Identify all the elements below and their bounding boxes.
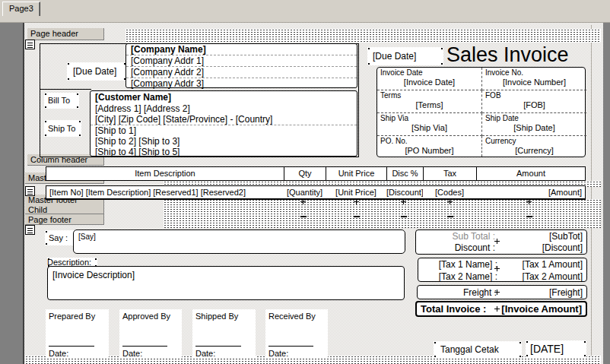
total-value[interactable]: [Invoice Amount] xyxy=(486,303,586,315)
due-date-field-left[interactable]: [Due Date] xyxy=(67,62,126,81)
align-mark xyxy=(447,199,453,204)
company-block[interactable]: [Company Name] [Company Addr 1] [Company… xyxy=(125,43,357,88)
col-disc[interactable]: Disc % xyxy=(386,167,423,180)
freight-value[interactable]: [Freight] xyxy=(497,287,586,298)
freight-label: Freight : xyxy=(418,287,497,298)
band-collapse-icon[interactable] xyxy=(25,40,35,49)
signature-title: Prepared By xyxy=(46,309,109,321)
band-collapse-icon[interactable] xyxy=(25,225,35,235)
signature-box-received[interactable]: Received By Date: xyxy=(265,309,328,359)
line-mark xyxy=(447,216,453,217)
detail-qty[interactable]: [Quantity] xyxy=(284,186,326,198)
signature-date-label: Date: xyxy=(268,349,288,358)
info-value: [Ship Via] xyxy=(377,123,481,132)
tax1-value[interactable]: [Tax 1 Amount] xyxy=(497,259,586,270)
info-label: Terms xyxy=(380,91,401,100)
info-label: Currency xyxy=(485,137,516,145)
company-name[interactable]: [Company Name] xyxy=(126,44,357,55)
subtotal-box[interactable]: Sub Total : [SubTot] Discount : [Discoun… xyxy=(415,229,587,255)
signature-title: Received By xyxy=(265,309,328,321)
signature-date-label: Date: xyxy=(49,349,68,358)
detail-amount[interactable]: [Amount] xyxy=(476,186,585,198)
column-header-row[interactable]: Item Description Qty Unit Price Disc % T… xyxy=(46,166,586,181)
due-date-field-right[interactable]: [Due Date] xyxy=(367,47,443,65)
info-cell-currency[interactable]: Currency [Currency] xyxy=(482,136,586,157)
company-addr1[interactable]: [Company Addr 1] xyxy=(126,55,357,67)
info-label: Invoice No. xyxy=(485,68,523,77)
tab-page3[interactable]: Page3 xyxy=(2,2,40,16)
invoice-info-grid[interactable]: Invoice Date [Invoice Date] Invoice No. … xyxy=(376,67,586,157)
line-mark xyxy=(526,216,532,217)
signature-line xyxy=(268,346,313,347)
col-qty[interactable]: Qty xyxy=(284,167,326,180)
say-label[interactable]: Say : xyxy=(45,230,76,245)
info-value: [Currency] xyxy=(482,146,586,155)
signature-title: Shipped By xyxy=(192,309,256,321)
signature-box-prepared[interactable]: Prepared By Date: xyxy=(46,309,109,359)
info-value: [Terms] xyxy=(377,100,481,109)
info-cell-invoice-date[interactable]: Invoice Date [Invoice Date] xyxy=(377,68,482,90)
customer-address[interactable]: [Address 1] [Address 2] xyxy=(91,103,357,114)
detail-unit-price[interactable]: [Unit Price] xyxy=(326,186,386,198)
company-addr3[interactable]: [Company Addr 3] xyxy=(126,78,357,89)
total-invoice-box[interactable]: Total Invoice : [Invoice Amount] xyxy=(415,301,587,317)
info-value: [Invoice Number] xyxy=(482,78,586,87)
detail-item[interactable]: [Item No] [Item Description] [Reserved1]… xyxy=(46,186,284,198)
say-field[interactable]: [Say] xyxy=(73,229,405,254)
info-value: [Ship Date] xyxy=(482,123,586,132)
info-value: [FOB] xyxy=(482,100,586,109)
tax2-label: [Tax 2 Name] : xyxy=(418,271,497,282)
band-label-page-footer[interactable]: Page footer xyxy=(25,214,104,225)
company-addr2[interactable]: [Company Addr 2] xyxy=(126,67,357,78)
customer-city[interactable]: [City] [Zip Code] [State/Province] - [Co… xyxy=(91,114,357,125)
discount-value[interactable]: [Discount] xyxy=(495,242,586,253)
tax-box[interactable]: [Tax 1 Name] : [Tax 1 Amount] [Tax 2 Nam… xyxy=(418,258,587,282)
total-label: Total Invoice : xyxy=(417,303,486,315)
bill-to-label[interactable]: Bill To xyxy=(44,93,79,109)
footer-bands-strip xyxy=(164,199,601,228)
info-cell-invoice-no[interactable]: Invoice No. [Invoice Number] xyxy=(482,68,586,90)
signature-box-shipped[interactable]: Shipped By Date: xyxy=(192,309,256,359)
band-label-child[interactable]: Child xyxy=(25,204,104,214)
line-mark xyxy=(401,216,407,217)
info-cell-ship-date[interactable]: Ship Date [Ship Date] xyxy=(482,113,586,136)
discount-label: Discount : xyxy=(416,242,495,253)
ship-to-1[interactable]: [Ship to 1] xyxy=(91,125,357,136)
tax2-value[interactable]: [Tax 2 Amount] xyxy=(497,271,586,282)
tax1-label: [Tax 1 Name] : xyxy=(418,259,497,270)
info-label: Invoice Date xyxy=(380,68,423,77)
customer-block[interactable]: [Customer Name] [Address 1] [Address 2] … xyxy=(90,90,357,157)
detail-codes[interactable]: [Codes] xyxy=(423,186,476,198)
customer-name[interactable]: [Customer Name] xyxy=(91,91,357,103)
ship-to-2-3[interactable]: [Ship to 2] [Ship to 3] xyxy=(91,136,357,147)
info-cell-terms[interactable]: Terms [Terms] xyxy=(377,90,482,113)
info-value: [PO Number] xyxy=(377,146,481,155)
detail-discount[interactable]: [Discount] xyxy=(386,186,423,198)
info-cell-fob[interactable]: FOB [FOB] xyxy=(482,90,586,113)
band-collapse-icon[interactable] xyxy=(25,186,35,196)
detail-row[interactable]: [Item No] [Item Description] [Reserved1]… xyxy=(46,185,586,200)
info-label: Ship Date xyxy=(485,114,519,122)
signature-title: Approved By xyxy=(119,309,182,321)
info-label: PO. No. xyxy=(380,137,408,145)
col-tax[interactable]: Tax xyxy=(423,167,476,180)
ship-to-label[interactable]: Ship To xyxy=(44,120,81,137)
col-item-description[interactable]: Item Description xyxy=(46,167,284,180)
print-date-field[interactable]: [DATE] xyxy=(526,340,586,357)
description-field[interactable]: [Invoice Description] xyxy=(47,266,405,300)
subtotal-value[interactable]: [SubTot] xyxy=(495,231,586,242)
freight-box[interactable]: Freight : [Freight] xyxy=(417,285,587,299)
print-date-label[interactable]: Tanggal Cetak xyxy=(434,341,522,358)
signature-box-approved[interactable]: Approved By Date: xyxy=(119,309,182,359)
col-amount[interactable]: Amount xyxy=(476,167,585,180)
band-label-page-header[interactable]: Page header xyxy=(27,28,104,40)
align-mark xyxy=(526,199,532,204)
info-label: FOB xyxy=(485,91,501,100)
info-cell-ship-via[interactable]: Ship Via [Ship Via] xyxy=(377,113,482,136)
ship-to-4-5[interactable]: [Ship to 4] [Ship to 5] xyxy=(91,147,357,157)
align-mark xyxy=(494,239,500,244)
col-unit-price[interactable]: Unit Price xyxy=(326,167,386,180)
info-cell-po-no[interactable]: PO. No. [PO Number] xyxy=(377,136,482,157)
signature-line xyxy=(122,346,167,347)
info-label: Ship Via xyxy=(380,114,408,122)
